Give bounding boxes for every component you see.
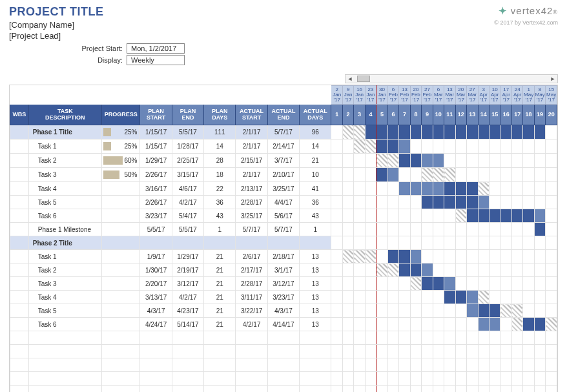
empty-cell[interactable] — [365, 345, 376, 358]
empty-cell[interactable] — [342, 331, 353, 345]
phase-title[interactable]: Phase 1 Title — [28, 125, 101, 139]
empty-cell[interactable] — [422, 331, 433, 345]
data-cell[interactable]: 21 — [204, 250, 236, 263]
data-cell[interactable]: 3/16/17 — [140, 182, 172, 196]
empty-cell[interactable] — [433, 331, 444, 345]
empty-cell[interactable] — [387, 345, 398, 358]
data-cell[interactable]: 43 — [204, 209, 236, 223]
project-start-input[interactable]: Mon, 1/2/2017 — [127, 43, 185, 54]
wbs-cell[interactable] — [10, 250, 29, 263]
data-cell[interactable]: 3/12/17 — [267, 277, 299, 291]
empty-cell[interactable] — [376, 386, 387, 393]
empty-cell[interactable] — [444, 331, 455, 345]
data-cell[interactable]: 3/15/17 — [172, 168, 203, 182]
empty-cell[interactable] — [433, 358, 444, 372]
empty-cell[interactable] — [455, 345, 466, 358]
empty-cell[interactable] — [444, 358, 455, 372]
empty-cell[interactable] — [236, 372, 267, 386]
empty-cell[interactable] — [500, 386, 511, 393]
wbs-cell[interactable] — [10, 291, 29, 304]
data-cell[interactable]: 1/29/17 — [172, 250, 203, 263]
empty-cell[interactable] — [236, 331, 267, 345]
data-cell[interactable]: 96 — [300, 125, 331, 139]
data-cell[interactable] — [204, 236, 236, 250]
task-name[interactable]: Task 1 — [28, 250, 101, 263]
progress-cell[interactable]: 60% — [101, 154, 140, 168]
data-cell[interactable]: 21 — [204, 263, 236, 277]
wbs-cell[interactable] — [10, 263, 29, 277]
empty-cell[interactable] — [399, 358, 410, 372]
empty-cell[interactable] — [204, 358, 236, 372]
empty-cell[interactable] — [365, 358, 376, 372]
empty-cell[interactable] — [489, 372, 500, 386]
empty-cell[interactable] — [444, 372, 455, 386]
empty-cell[interactable] — [455, 331, 466, 345]
project-lead[interactable]: [Project Lead] — [9, 31, 61, 41]
progress-cell[interactable] — [101, 236, 140, 250]
empty-cell[interactable] — [172, 331, 203, 345]
wbs-cell[interactable] — [10, 209, 29, 223]
data-cell[interactable] — [172, 236, 203, 250]
empty-cell[interactable] — [478, 386, 489, 393]
task-name[interactable]: Task 2 — [28, 263, 101, 277]
data-cell[interactable]: 4/24/17 — [140, 318, 172, 331]
empty-cell[interactable] — [28, 358, 101, 372]
empty-cell[interactable] — [354, 386, 365, 393]
task-name[interactable]: Task 6 — [28, 209, 101, 223]
data-cell[interactable]: 2/17/17 — [236, 263, 267, 277]
data-cell[interactable]: 10 — [300, 168, 331, 182]
empty-cell[interactable] — [172, 345, 203, 358]
data-cell[interactable]: 3/13/17 — [140, 291, 172, 304]
data-cell[interactable]: 22 — [204, 182, 236, 196]
company-name[interactable]: [Company Name] — [9, 20, 104, 30]
empty-cell[interactable] — [28, 386, 101, 393]
task-name[interactable]: Task 4 — [28, 291, 101, 304]
empty-cell[interactable] — [300, 372, 331, 386]
empty-cell[interactable] — [467, 358, 478, 372]
wbs-cell[interactable] — [10, 277, 29, 291]
task-name[interactable]: Task 1 — [28, 139, 101, 154]
empty-cell[interactable] — [140, 372, 172, 386]
empty-cell[interactable] — [489, 386, 500, 393]
empty-cell[interactable] — [28, 345, 101, 358]
empty-cell[interactable] — [478, 358, 489, 372]
empty-cell[interactable] — [444, 386, 455, 393]
data-cell[interactable]: 4/3/17 — [140, 304, 172, 318]
empty-cell[interactable] — [500, 345, 511, 358]
wbs-cell[interactable] — [10, 304, 29, 318]
empty-cell[interactable] — [342, 372, 353, 386]
empty-cell[interactable] — [354, 358, 365, 372]
data-cell[interactable]: 18 — [204, 168, 236, 182]
data-cell[interactable] — [236, 236, 267, 250]
empty-cell[interactable] — [523, 331, 534, 345]
empty-cell[interactable] — [342, 358, 353, 372]
empty-cell[interactable] — [365, 386, 376, 393]
empty-cell[interactable] — [387, 372, 398, 386]
empty-cell[interactable] — [511, 358, 522, 372]
empty-cell[interactable] — [28, 331, 101, 345]
wbs-cell[interactable] — [10, 223, 29, 236]
data-cell[interactable]: 1/28/17 — [172, 139, 203, 154]
data-cell[interactable]: 2/1/17 — [236, 168, 267, 182]
empty-cell[interactable] — [331, 372, 342, 386]
data-cell[interactable]: 2/25/17 — [172, 154, 203, 168]
data-cell[interactable]: 3/23/17 — [267, 291, 299, 304]
empty-cell[interactable] — [236, 345, 267, 358]
empty-cell[interactable] — [433, 386, 444, 393]
empty-cell[interactable] — [410, 358, 421, 372]
empty-cell[interactable] — [511, 331, 522, 345]
empty-cell[interactable] — [500, 358, 511, 372]
task-name[interactable]: Task 3 — [28, 168, 101, 182]
data-cell[interactable]: 2/13/17 — [236, 182, 267, 196]
data-cell[interactable]: 13 — [300, 277, 331, 291]
data-cell[interactable]: 2/26/17 — [140, 196, 172, 209]
empty-cell[interactable] — [467, 386, 478, 393]
wbs-cell[interactable] — [10, 196, 29, 209]
empty-cell[interactable] — [365, 372, 376, 386]
empty-cell[interactable] — [140, 345, 172, 358]
data-cell[interactable]: 36 — [204, 196, 236, 209]
data-cell[interactable]: 2/26/17 — [140, 168, 172, 182]
empty-cell[interactable] — [399, 372, 410, 386]
empty-cell[interactable] — [376, 358, 387, 372]
empty-cell[interactable] — [523, 372, 534, 386]
